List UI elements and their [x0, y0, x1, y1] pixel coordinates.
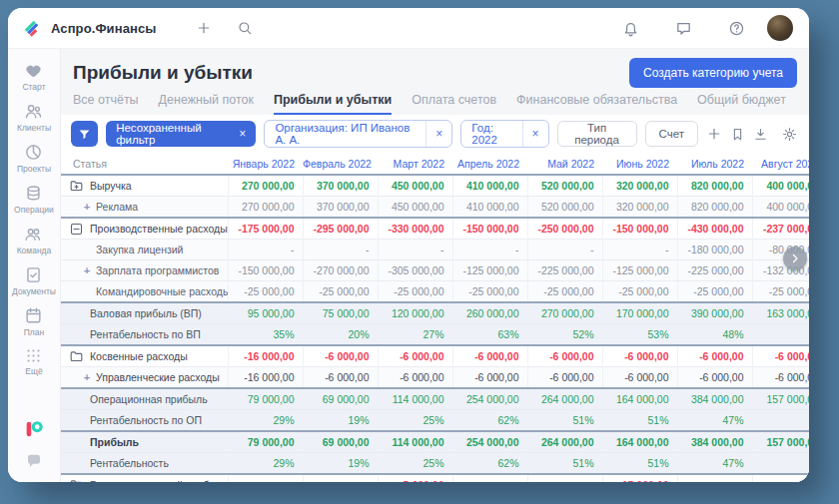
table-row: Командировочные расходы-25 000,00-25 000… — [61, 281, 809, 303]
tab-invoice-payment[interactable]: Оплата счетов — [412, 91, 496, 115]
support-chat-icon[interactable] — [25, 452, 43, 470]
value-cell: - — [303, 474, 378, 482]
value-cell: -25 000,00 — [303, 281, 378, 303]
sidebar-item-documents[interactable]: Документы — [12, 260, 56, 301]
tab-general-budget[interactable]: Общий бюджет — [697, 91, 786, 115]
search-icon[interactable] — [237, 20, 253, 36]
expand-plus-icon[interactable]: + — [82, 371, 92, 383]
sidebar-item-operations[interactable]: Операции — [12, 179, 56, 220]
chat-icon[interactable] — [675, 20, 692, 37]
board-icon — [24, 306, 43, 325]
add-filter-icon[interactable] — [706, 126, 722, 142]
settings-gear-icon[interactable] — [782, 127, 797, 142]
value-cell: -125 000,00 — [602, 260, 677, 281]
unsaved-filter-label: Несохраненный фильтр — [116, 122, 230, 146]
month-header[interactable]: Март 2022 — [378, 153, 452, 175]
sidebar-item-team[interactable]: Команда — [12, 220, 56, 260]
sidebar-item-projects[interactable]: Проекты — [12, 138, 56, 179]
row-label: Рентабельность — [90, 457, 169, 469]
bookmark-icon[interactable] — [730, 127, 745, 142]
value-cell: - — [602, 240, 677, 260]
month-header[interactable]: Август 2022 — [752, 153, 809, 175]
value-cell: -16 000,00 — [228, 367, 303, 389]
filter-chip-year[interactable]: Год: 2022× — [460, 120, 548, 148]
month-header[interactable]: Январь 2022 — [228, 153, 303, 175]
month-header[interactable]: Июнь 2022 — [602, 153, 677, 175]
sidebar-item-more[interactable]: Ещё — [12, 342, 56, 381]
value-cell: - — [452, 240, 527, 260]
tab-all-reports[interactable]: Все отчёты — [73, 91, 139, 115]
filter-chip-label: Организация: ИП Иванов А. А. — [275, 122, 417, 146]
row-label-cell[interactable]: +Управленческие расходы — [61, 367, 228, 389]
create-category-button[interactable]: Создать категорию учета — [629, 58, 797, 88]
row-label-cell[interactable]: Расходы до чистой прибыли — [61, 474, 228, 482]
row-label: Операционная прибыль — [90, 393, 208, 405]
add-icon[interactable] — [196, 20, 213, 36]
row-label-cell: Закупка лицензий — [61, 240, 228, 260]
filter-funnel-button[interactable] — [71, 121, 98, 147]
sidebar-item-plan[interactable]: План — [12, 301, 56, 342]
unsaved-filter-chip[interactable]: Несохраненный фильтр × — [106, 121, 256, 147]
filter-button-account[interactable]: Счет — [645, 121, 698, 147]
filter-chip-close-icon[interactable]: × — [522, 121, 548, 147]
filter-chip-organization[interactable]: Организация: ИП Иванов А. А.× — [264, 120, 452, 148]
row-label: Зарплата программистов — [96, 264, 219, 276]
table-row: Валовая прибыль (ВП)95 000,0075 000,0012… — [61, 302, 809, 324]
scroll-right-button[interactable] — [783, 247, 807, 270]
download-icon[interactable] — [753, 127, 768, 142]
unsaved-filter-close-icon[interactable]: × — [239, 128, 246, 140]
table-row: Выручка270 000,00370 000,00450 000,00410… — [61, 175, 809, 197]
tab-cash-flow[interactable]: Денежный поток — [159, 91, 254, 115]
table-row: Закупка лицензий-------180 000,00-80 000… — [61, 240, 809, 260]
value-cell: 19% — [303, 453, 378, 475]
value-cell: -25 000,00 — [452, 281, 527, 303]
bell-icon[interactable] — [622, 20, 639, 37]
filter-button-period-type[interactable]: Тип периода — [557, 121, 637, 147]
sidebar-item-clients[interactable]: Клиенты — [12, 97, 56, 138]
value-cell: 157 000,00 — [752, 431, 809, 453]
team-icon — [24, 225, 43, 244]
help-icon[interactable] — [728, 20, 745, 37]
filter-chip-close-icon[interactable]: × — [425, 121, 451, 147]
row-label-cell[interactable]: +Зарплата программистов — [61, 260, 228, 281]
value-cell: 69 000,00 — [303, 431, 378, 453]
value-cell: 384 000,00 — [677, 388, 752, 410]
value-cell: 270 000,00 — [228, 197, 303, 219]
product-logo-icon[interactable] — [23, 418, 45, 440]
table-row: +Реклама270 000,00370 000,00450 000,0041… — [61, 197, 809, 219]
row-label-cell[interactable]: +Реклама — [61, 197, 228, 219]
value-cell: -25 000,00 — [527, 281, 602, 303]
value-cell: 120 000,00 — [378, 302, 452, 324]
sidebar-item-start[interactable]: Старт — [12, 56, 56, 97]
value-cell: -175 000,00 — [228, 218, 303, 240]
expand-plus-icon[interactable]: + — [82, 201, 92, 213]
sidebar-item-label: План — [24, 327, 45, 337]
value-cell: - — [378, 240, 452, 260]
row-label-cell[interactable]: Производственные расходы — [61, 218, 228, 240]
month-header[interactable]: Апрель 2022 — [452, 153, 527, 175]
row-label: Выручка — [90, 180, 132, 192]
value-cell: 820 000,00 — [677, 175, 752, 197]
row-label-cell[interactable]: Выручка — [61, 175, 228, 197]
expand-plus-icon[interactable]: + — [82, 264, 92, 276]
month-header[interactable]: Май 2022 — [527, 153, 602, 175]
value-cell: 260 000,00 — [452, 302, 527, 324]
sidebar: СтартКлиентыПроектыОперацииКомандаДокуме… — [8, 49, 61, 482]
value-cell: 450 000,00 — [378, 175, 452, 197]
avatar[interactable] — [767, 15, 793, 41]
row-label-cell[interactable]: Косвенные расходы — [61, 345, 228, 367]
month-header[interactable]: Июль 2022 — [677, 153, 752, 175]
tab-profit-loss[interactable]: Прибыли и убытки — [274, 91, 392, 115]
value-cell: - — [452, 474, 527, 482]
value-cell: -180 000,00 — [677, 240, 752, 260]
value-cell: -125 000,00 — [452, 260, 527, 281]
value-cell: - — [228, 240, 303, 260]
value-cell: 384 000,00 — [677, 431, 752, 453]
tab-financial-obligations[interactable]: Финансовые обязательства — [516, 91, 677, 115]
row-label-cell: Рентабельность — [61, 453, 228, 475]
value-cell: 79 000,00 — [228, 388, 303, 410]
row-label: Рентабельность по ОП — [90, 414, 202, 426]
value-cell: 51% — [602, 453, 677, 475]
table-row: Производственные расходы-175 000,00-295 … — [61, 218, 809, 240]
month-header[interactable]: Февраль 2022 — [303, 153, 378, 175]
